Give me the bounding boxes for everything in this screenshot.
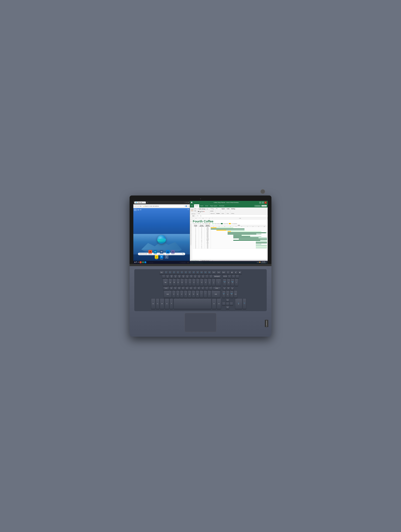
day-highlight-input[interactable]: 1 bbox=[208, 223, 210, 224]
key-num-decimal[interactable]: Del. bbox=[243, 298, 246, 309]
icon-deals[interactable]: 🏷 Deals bbox=[155, 255, 158, 260]
key-a[interactable]: A bbox=[170, 286, 173, 290]
key-num-plus[interactable]: + bbox=[235, 279, 238, 286]
key-num-9[interactable]: PgUp9 bbox=[231, 279, 234, 286]
maximize-icon[interactable]: □ bbox=[186, 202, 187, 203]
key-fn[interactable]: Fn bbox=[156, 298, 159, 309]
key-1[interactable]: !1 bbox=[166, 275, 169, 278]
key-v[interactable]: V bbox=[184, 291, 188, 298]
key-quote[interactable]: "' bbox=[209, 286, 213, 290]
show-desktop-button[interactable]: | bbox=[266, 262, 267, 263]
refresh-button[interactable]: ↻ bbox=[140, 205, 142, 207]
excel-minimize-button[interactable]: ─ bbox=[259, 202, 261, 204]
key-m[interactable]: M bbox=[196, 291, 199, 298]
key-x[interactable]: X bbox=[176, 291, 180, 298]
key-b[interactable]: B bbox=[188, 291, 191, 298]
key-f2[interactable]: F2 bbox=[168, 271, 172, 274]
browser-tab-new[interactable]: 🌐 New tab ✕ bbox=[134, 202, 146, 203]
key-ctrl-left[interactable]: Ctrl bbox=[151, 298, 155, 309]
key-r[interactable]: R bbox=[180, 279, 184, 286]
key-e[interactable]: E bbox=[176, 279, 180, 286]
ribbon-tab-insert[interactable]: Insert bbox=[199, 204, 204, 208]
key-f5[interactable]: F5 bbox=[180, 271, 184, 274]
key-capslock[interactable]: CapsLk bbox=[163, 286, 169, 290]
icon-linkedin[interactable]: in LinkedIn bbox=[154, 250, 157, 255]
key-f8[interactable]: F8 bbox=[192, 271, 195, 274]
start-button[interactable]: ⊞ bbox=[134, 261, 136, 263]
key-y[interactable]: Y bbox=[188, 279, 192, 286]
key-comma[interactable]: <, bbox=[200, 291, 203, 298]
key-ctrl-right[interactable]: Ctrl bbox=[217, 298, 221, 309]
key-num-6[interactable]: →6 bbox=[231, 286, 234, 290]
key-delete[interactable]: Delete bbox=[221, 271, 226, 274]
search-taskbar-button[interactable]: 🔍 bbox=[136, 261, 138, 263]
close-icon[interactable]: ✕ bbox=[188, 202, 189, 203]
key-arrow-right[interactable]: → bbox=[230, 302, 233, 305]
bold-button[interactable]: B bbox=[198, 211, 199, 212]
key-num-1[interactable]: End1 bbox=[222, 291, 226, 298]
key-mic[interactable]: 🎤 bbox=[170, 298, 173, 309]
key-f1[interactable]: F1 bbox=[164, 271, 168, 274]
key-num-slash[interactable]: / bbox=[228, 275, 231, 278]
key-c[interactable]: C bbox=[180, 291, 183, 298]
key-play[interactable]: ⏵ bbox=[234, 271, 238, 274]
icon-add[interactable]: + bbox=[165, 255, 168, 260]
key-f7[interactable]: F7 bbox=[188, 271, 192, 274]
align-middle-button[interactable]: ≡ bbox=[212, 208, 213, 209]
key-g[interactable]: G bbox=[185, 286, 189, 290]
underline-button[interactable]: U bbox=[200, 211, 201, 212]
forward-button[interactable]: → bbox=[137, 205, 139, 207]
settings-icon[interactable]: ⚙ bbox=[188, 209, 189, 210]
icon-onedrive[interactable]: ☁ OneDrive bbox=[166, 250, 170, 255]
key-num-0[interactable]: Ins0 bbox=[235, 298, 242, 309]
key-9[interactable]: (9 bbox=[197, 275, 201, 278]
copy-button[interactable]: ⎘ bbox=[194, 210, 196, 212]
key-tilde[interactable]: ~` bbox=[162, 275, 165, 278]
key-backspace[interactable]: Backspace bbox=[213, 275, 221, 278]
ribbon-tab-file[interactable]: File bbox=[190, 204, 194, 208]
key-pause[interactable]: ⏸ bbox=[226, 271, 230, 274]
back-button[interactable]: ← bbox=[134, 205, 136, 207]
key-o[interactable]: O bbox=[200, 279, 203, 286]
cut-button[interactable]: ✂ bbox=[194, 208, 196, 210]
key-enter[interactable]: Enter bbox=[213, 286, 221, 290]
taskbar-excel-icon[interactable]: X bbox=[142, 261, 144, 263]
key-period[interactable]: >. bbox=[204, 291, 207, 298]
key-tab[interactable]: Tab bbox=[163, 279, 168, 286]
key-7[interactable]: &7 bbox=[189, 275, 193, 278]
key-f11[interactable]: F11 bbox=[204, 271, 207, 274]
fill-color-button[interactable]: A bbox=[203, 211, 203, 212]
font-color-button[interactable]: A bbox=[204, 211, 204, 212]
key-num-enter[interactable]: Enter bbox=[234, 291, 237, 298]
key-0[interactable]: )0 bbox=[201, 275, 205, 278]
key-f12[interactable]: F12 bbox=[208, 271, 211, 274]
key-arrow-left[interactable]: ← bbox=[222, 302, 226, 305]
extensions-icon[interactable]: ⋯ bbox=[188, 205, 189, 207]
font-name-selector[interactable]: Calibri (Body) bbox=[198, 208, 206, 210]
key-f[interactable]: F bbox=[181, 286, 185, 290]
key-insert[interactable]: Insert bbox=[217, 271, 221, 274]
key-shift-right[interactable]: Shift bbox=[212, 291, 220, 298]
key-num-minus[interactable]: - bbox=[236, 275, 239, 278]
key-2[interactable]: @2 bbox=[170, 275, 173, 278]
key-slash[interactable]: ?/ bbox=[207, 291, 211, 298]
key-num-star[interactable]: * bbox=[232, 275, 235, 278]
key-next-track[interactable]: ⏭ bbox=[238, 271, 242, 274]
ribbon-tab-home[interactable]: Home bbox=[194, 204, 199, 208]
key-f10[interactable]: F10 bbox=[200, 271, 203, 274]
trackpad[interactable] bbox=[185, 313, 216, 332]
icon-contoso[interactable]: ✦ Contoso bbox=[171, 250, 175, 255]
key-num-8[interactable]: ↑8 bbox=[227, 279, 230, 286]
key-h[interactable]: H bbox=[189, 286, 193, 290]
key-equals[interactable]: += bbox=[209, 275, 213, 278]
key-lbracket[interactable]: {[ bbox=[208, 279, 211, 286]
key-p[interactable]: P bbox=[204, 279, 207, 286]
key-i[interactable]: I bbox=[196, 279, 200, 286]
font-size-selector[interactable]: 11 bbox=[206, 208, 209, 210]
key-num-7[interactable]: Home7 bbox=[223, 279, 226, 286]
taskbar-teams-icon[interactable]: T bbox=[144, 261, 146, 263]
key-j[interactable]: J bbox=[193, 286, 197, 290]
excel-restore-button[interactable]: □ bbox=[262, 202, 264, 204]
paste-button[interactable]: 📋 bbox=[191, 208, 194, 212]
key-minus[interactable]: _- bbox=[205, 275, 209, 278]
